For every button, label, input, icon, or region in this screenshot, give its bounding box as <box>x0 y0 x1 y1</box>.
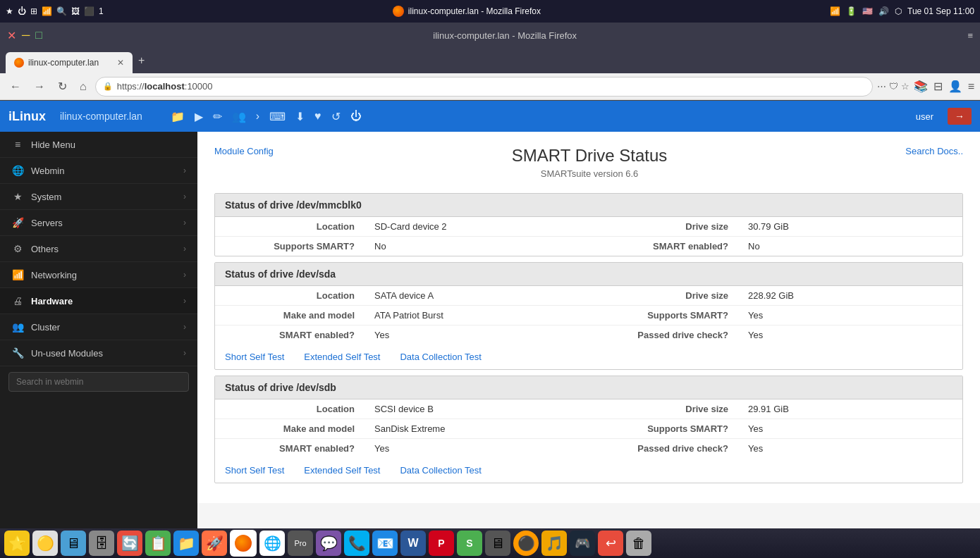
signout-btn[interactable]: → <box>948 108 972 125</box>
dock-icon-skype[interactable]: 📞 <box>344 531 369 556</box>
dock-icon-desktop[interactable]: 🖥 <box>61 531 86 556</box>
dock-icon-notes[interactable]: 📋 <box>145 531 171 556</box>
sidebar-label-servers: Servers <box>31 218 176 228</box>
module-config-link[interactable]: Module Config <box>214 146 274 156</box>
browser-menu-btn[interactable]: ≡ <box>967 30 973 41</box>
health-icon[interactable]: ♥ <box>314 110 321 123</box>
sidebar-item-hide-menu[interactable]: ≡ Hide Menu <box>0 132 197 158</box>
bluetooth-icon: ⬡ <box>895 6 902 16</box>
dock-icon-steam[interactable]: 🎮 <box>570 531 595 556</box>
hide-menu-icon: ≡ <box>11 139 24 150</box>
signal-icon: 📶 <box>830 6 840 16</box>
dock-icon-amazon[interactable]: ⚫ <box>513 531 539 556</box>
dock-icon-spreadsheet[interactable]: S <box>457 531 482 556</box>
sidebar-search-input[interactable] <box>8 372 189 392</box>
play-icon[interactable]: ▶ <box>195 110 203 123</box>
sidebar-item-servers[interactable]: 🚀 Servers › <box>0 210 197 236</box>
dock-icon-star[interactable]: ⭐ <box>4 531 30 556</box>
browser-tab-active[interactable]: ilinux-computer.lan ✕ <box>6 52 133 73</box>
address-bar[interactable]: 🔒 https://localhost:10000 <box>95 77 873 97</box>
dock-icon-screen[interactable]: 🖥 <box>485 531 510 556</box>
dock-icon-wps[interactable]: P <box>429 531 454 556</box>
dock-icon-chrome[interactable]: 🌐 <box>259 531 285 556</box>
dock-icon-arrow-right[interactable]: ↩ <box>598 531 623 556</box>
star-icon: ★ <box>6 6 13 16</box>
browser-max-btn[interactable]: □ <box>35 29 42 42</box>
table-row: Supports SMART? No SMART enabled? No <box>215 237 962 256</box>
sidebar-item-cluster[interactable]: 👥 Cluster › <box>0 314 197 340</box>
short-self-test-link-sda[interactable]: Short Self Test <box>215 349 294 365</box>
browser-min-btn[interactable]: ─ <box>22 29 30 42</box>
dock-icon-folder[interactable]: 📁 <box>173 531 199 556</box>
label-supportssmart-mmcblk0: Supports SMART? <box>215 237 365 256</box>
table-row: Make and model ATA Patriot Burst Support… <box>215 306 962 326</box>
value-location-sda: SATA device A <box>365 286 589 306</box>
browser-close-btn[interactable]: ✕ <box>7 29 16 42</box>
reading-list-icon[interactable]: 📚 <box>914 80 928 93</box>
dock-icon-mail[interactable]: 📧 <box>372 531 398 556</box>
arrow-icon[interactable]: › <box>256 110 259 123</box>
tab-label: ilinux-computer.lan <box>28 58 99 68</box>
sidebar-item-networking[interactable]: 📶 Networking › <box>0 262 197 288</box>
home-btn[interactable]: ⌂ <box>75 79 91 94</box>
short-self-test-link-sdb[interactable]: Short Self Test <box>215 462 294 478</box>
dock-icon-vlc[interactable]: 🎵 <box>541 531 567 556</box>
bookmark-icon[interactable]: ⋯ <box>877 81 886 92</box>
dock-icon-viber[interactable]: 💬 <box>316 531 341 556</box>
sidebar-item-unused-modules[interactable]: 🔧 Un-used Modules › <box>0 340 197 366</box>
dock-icon-firefox[interactable] <box>230 530 257 557</box>
extended-self-test-link-sdb[interactable]: Extended Self Test <box>294 462 390 478</box>
app-hostname[interactable]: ilinux-computer.lan <box>60 111 142 122</box>
terminal-icon[interactable]: ⌨ <box>269 110 286 123</box>
apps-icon: ⊞ <box>30 6 37 16</box>
sidebar-item-system[interactable]: ★ System › <box>0 184 197 210</box>
sidebar-item-others[interactable]: ⚙ Others › <box>0 236 197 262</box>
shield-icon[interactable]: 🛡 <box>889 81 898 92</box>
new-tab-btn[interactable]: + <box>133 54 150 67</box>
sidebar-item-webmin[interactable]: 🌐 Webmin › <box>0 158 197 184</box>
label-location-sda: Location <box>215 286 365 306</box>
dock-icon-pro[interactable]: Pro <box>288 531 313 556</box>
label-drivesize-sdb: Drive size <box>589 399 738 419</box>
value-location-mmcblk0: SD-Card device 2 <box>365 217 589 237</box>
download-icon[interactable]: ⬇ <box>295 110 305 123</box>
clock: Tue 01 Sep 11:00 <box>907 6 974 16</box>
sidebar-item-hardware[interactable]: 🖨 Hardware › <box>0 288 197 314</box>
system-arrow-icon: › <box>183 192 186 202</box>
sidebar-search-area <box>0 366 197 397</box>
browser-chrome: ✕ ─ □ ilinux-computer.lan - Mozilla Fire… <box>0 23 980 101</box>
browser-menu-icon[interactable]: ≡ <box>968 80 974 93</box>
search-docs-link[interactable]: Search Docs.. <box>905 146 963 156</box>
dock-icon-rocket[interactable]: 🚀 <box>202 531 227 556</box>
power-app-icon[interactable]: ⏻ <box>350 110 362 123</box>
sidebar-icon[interactable]: ⊟ <box>933 80 943 93</box>
refresh-icon[interactable]: ↺ <box>331 110 341 123</box>
label-supportssmart-sda: Supports SMART? <box>589 306 738 326</box>
star-bookmark-icon[interactable]: ☆ <box>901 81 909 92</box>
users-icon[interactable]: 👥 <box>232 110 246 123</box>
data-collection-test-link-sdb[interactable]: Data Collection Test <box>390 462 491 478</box>
browser-titlebar: ✕ ─ □ ilinux-computer.lan - Mozilla Fire… <box>0 23 980 48</box>
reload-btn[interactable]: ↻ <box>54 78 71 94</box>
tab-favicon <box>14 58 24 68</box>
tab-close-btn[interactable]: ✕ <box>117 58 124 68</box>
sidebar-label-others: Others <box>31 244 176 254</box>
table-row: Location SD-Card device 2 Drive size 30.… <box>215 217 962 237</box>
forward-btn[interactable]: → <box>30 79 49 94</box>
extended-self-test-link-sda[interactable]: Extended Self Test <box>294 349 390 365</box>
flag-icon: 🇺🇸 <box>862 6 873 16</box>
edit-icon[interactable]: ✏ <box>213 110 222 123</box>
data-collection-test-link-sda[interactable]: Data Collection Test <box>390 349 491 365</box>
dock-icon-trash[interactable]: 🗑 <box>626 531 651 556</box>
dock-icon-settings[interactable]: 🔄 <box>117 531 142 556</box>
drive-section-mmcblk0: Status of drive /dev/mmcblk0 Location SD… <box>214 193 963 256</box>
dock-icon-word[interactable]: W <box>400 531 426 556</box>
label-passedcheck-sdb: Passed drive check? <box>589 439 738 459</box>
files-icon[interactable]: 📁 <box>171 110 185 123</box>
profile-icon[interactable]: 👤 <box>948 80 962 93</box>
back-btn[interactable]: ← <box>6 79 25 94</box>
dock-icon-filemanager[interactable]: 🗄 <box>89 531 114 556</box>
cluster-arrow-icon: › <box>183 322 186 332</box>
dock-icon-circles[interactable]: 🟡 <box>32 531 58 556</box>
value-drivesize-sdb: 29.91 GiB <box>738 399 962 419</box>
